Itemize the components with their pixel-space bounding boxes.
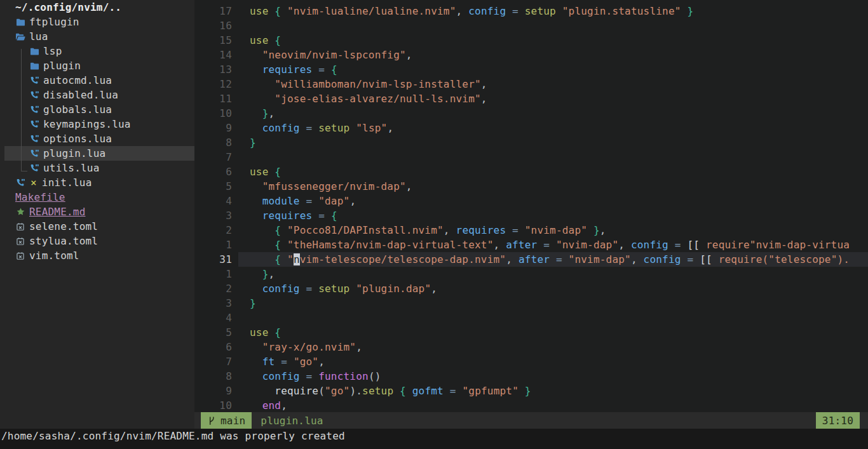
line-text: require("go").setup { gofmt = "gpfumpt" …: [238, 384, 868, 398]
code-line[interactable]: 6use {: [194, 164, 868, 179]
tree-item-ftplugin[interactable]: ftplugin: [0, 15, 194, 29]
folder-closed-icon: [15, 17, 25, 27]
code-line[interactable]: 1 { "theHamsta/nvim-dap-virtual-text", a…: [194, 238, 868, 252]
code-line[interactable]: 6 "ray-x/go.nvim",: [194, 340, 868, 354]
code-line[interactable]: 2 config = setup "plugin.dap",: [194, 281, 868, 296]
code-line-current[interactable]: 31 { "nvim-telescope/telescope-dap.nvim"…: [194, 252, 868, 267]
code-line[interactable]: 15use {: [194, 33, 868, 48]
tree-item-label: selene.toml: [29, 219, 98, 234]
line-text: }: [238, 296, 868, 311]
tree-item-label: init.lua: [42, 175, 92, 190]
tree-item-options-lua[interactable]: options.lua: [0, 131, 194, 146]
tree-item-autocmd-lua[interactable]: autocmd.lua: [0, 73, 194, 88]
line-text: }: [238, 135, 868, 150]
line-number: 8: [194, 135, 232, 150]
tree-item-selene-toml[interactable]: selene.toml: [0, 219, 194, 234]
line-number: 11: [194, 91, 232, 106]
line-number: 31: [194, 252, 232, 267]
line-number: 9: [194, 121, 232, 135]
tree-item-label: options.lua: [43, 131, 112, 146]
line-text: end,: [238, 398, 868, 413]
star-icon: [15, 207, 25, 217]
tree-item-globals-lua[interactable]: globals.lua: [0, 102, 194, 117]
tree-item-lsp[interactable]: lsp: [0, 44, 194, 58]
line-text: [238, 311, 868, 325]
code-line[interactable]: 4: [194, 311, 868, 325]
line-text: { "nvim-telescope/telescope-dap.nvim", a…: [238, 252, 868, 267]
code-line[interactable]: 17use { "nvim-lualine/lualine.nvim", con…: [194, 4, 868, 18]
nvim-window: ~/.config/nvim/.. ftpluginlualsppluginau…: [0, 0, 868, 449]
line-number: 5: [194, 179, 232, 194]
tree-item-label: plugin.lua: [43, 146, 105, 161]
tree-item-label: disabled.lua: [43, 88, 118, 102]
code-line[interactable]: 5 "mfussenegger/nvim-dap",: [194, 179, 868, 194]
folder-open-icon: [15, 32, 25, 42]
code-line[interactable]: 9 config = setup "lsp",: [194, 121, 868, 135]
tree-item-label: autocmd.lua: [43, 73, 112, 88]
tree-item-utils-lua[interactable]: utils.lua: [0, 161, 194, 175]
tree-item-vim-toml[interactable]: vim.toml: [0, 248, 194, 263]
code-line[interactable]: 4 module = "dap",: [194, 194, 868, 208]
line-text: [238, 18, 868, 33]
tree-item-readme-md[interactable]: README.md: [0, 204, 194, 219]
folder-closed-icon: [29, 61, 39, 71]
line-text: [238, 150, 868, 164]
line-text: config = setup "plugin.dap",: [238, 281, 868, 296]
line-text: "neovim/nvim-lspconfig",: [238, 48, 868, 62]
tree-item-label: Makefile: [15, 190, 65, 204]
code-line[interactable]: 11 "jose-elias-alvarez/null-ls.nvim",: [194, 91, 868, 106]
code-line[interactable]: 10 },: [194, 106, 868, 121]
folder-closed-icon: [29, 46, 39, 57]
tree-item-keymapings-lua[interactable]: keymapings.lua: [0, 117, 194, 131]
line-text: use {: [238, 33, 868, 48]
lua-file-icon: [29, 76, 39, 86]
git-branch-segment: main: [201, 412, 252, 429]
code-line[interactable]: 5use {: [194, 325, 868, 340]
tree-item-label: stylua.toml: [29, 234, 98, 248]
code-line[interactable]: 7 ft = "go",: [194, 354, 868, 369]
line-number: 16: [194, 18, 232, 33]
tree-item-plugin-lua[interactable]: plugin.lua: [0, 146, 194, 161]
code-area[interactable]: 17use { "nvim-lualine/lualine.nvim", con…: [194, 0, 868, 416]
line-text: { "Pocco81/DAPInstall.nvim", requires = …: [238, 223, 868, 238]
tree-item-makefile[interactable]: Makefile: [0, 190, 194, 204]
line-number: 3: [194, 208, 232, 223]
line-text: config = setup "lsp",: [238, 121, 868, 135]
tree-item-stylua-toml[interactable]: stylua.toml: [0, 234, 194, 248]
code-line[interactable]: 13 requires = {: [194, 62, 868, 77]
code-line[interactable]: 8 config = function(): [194, 369, 868, 384]
line-number: 1: [194, 267, 232, 281]
git-branch-icon: [207, 416, 217, 426]
tree-item-label: vim.toml: [29, 248, 79, 263]
tree-item-label: lua: [29, 29, 48, 44]
code-line[interactable]: 14 "neovim/nvim-lspconfig",: [194, 48, 868, 62]
line-number: 4: [194, 311, 232, 325]
toml-icon: [15, 251, 25, 261]
code-line[interactable]: 8}: [194, 135, 868, 150]
line-number: 10: [194, 106, 232, 121]
indent-guide-corner: [21, 171, 27, 171]
text-cursor: n: [294, 253, 300, 265]
tree-item-plugin[interactable]: plugin: [0, 58, 194, 73]
code-line[interactable]: 7: [194, 150, 868, 164]
code-line[interactable]: 3}: [194, 296, 868, 311]
line-text: use { "nvim-lualine/lualine.nvim", confi…: [238, 4, 868, 18]
code-line[interactable]: 16: [194, 18, 868, 33]
line-number: 17: [194, 4, 232, 18]
code-line[interactable]: 1 },: [194, 267, 868, 281]
line-number: 8: [194, 369, 232, 384]
line-number: 1: [194, 238, 232, 252]
tree-item-init-lua[interactable]: ×init.lua: [0, 175, 194, 190]
tree-item-disabled-lua[interactable]: disabled.lua: [0, 88, 194, 102]
code-line[interactable]: 2 { "Pocco81/DAPInstall.nvim", requires …: [194, 223, 868, 238]
code-line[interactable]: 3 requires = {: [194, 208, 868, 223]
code-line[interactable]: 12 "williamboman/nvim-lsp-installer",: [194, 77, 868, 91]
line-text: "jose-elias-alvarez/null-ls.nvim",: [238, 91, 868, 106]
line-number: 2: [194, 223, 232, 238]
line-text: requires = {: [238, 208, 868, 223]
tree-item-lua[interactable]: lua: [0, 29, 194, 44]
line-text: use {: [238, 164, 868, 179]
code-line[interactable]: 9 require("go").setup { gofmt = "gpfumpt…: [194, 384, 868, 398]
code-line[interactable]: 10 end,: [194, 398, 868, 413]
tree-items: ftpluginlualsppluginautocmd.luadisabled.…: [0, 15, 194, 263]
